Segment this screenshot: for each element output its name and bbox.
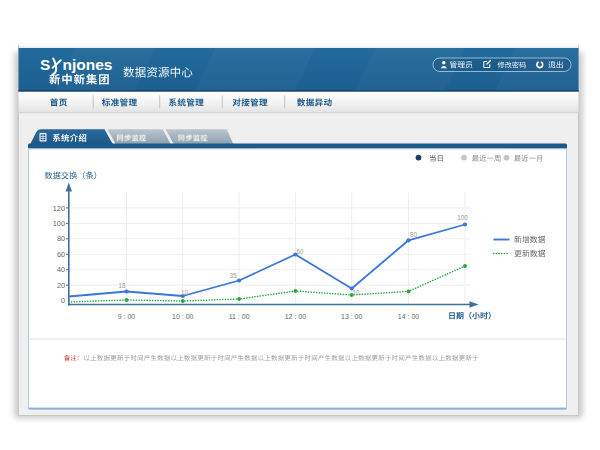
svg-text:10: 10: [352, 289, 360, 296]
svg-text:80: 80: [57, 234, 65, 243]
svg-text:60: 60: [296, 248, 304, 255]
svg-text:10 : 00: 10 : 00: [172, 313, 194, 320]
svg-text:20: 20: [57, 281, 65, 290]
svg-text:12 : 00: 12 : 00: [285, 313, 307, 320]
svg-text:njones: njones: [63, 56, 113, 73]
svg-text:40: 40: [57, 265, 65, 274]
svg-text:100: 100: [53, 219, 65, 228]
svg-text:100: 100: [457, 214, 468, 221]
svg-text:60: 60: [57, 250, 65, 259]
svg-text:S: S: [40, 56, 50, 73]
svg-text:9 : 00: 9 : 00: [118, 313, 136, 320]
svg-text:35: 35: [229, 272, 237, 279]
svg-text:10: 10: [181, 289, 189, 296]
svg-text:11 : 00: 11 : 00: [229, 313, 250, 320]
svg-text:0: 0: [61, 296, 65, 305]
svg-text:120: 120: [53, 204, 65, 213]
svg-text:14 : 00: 14 : 00: [398, 313, 420, 320]
svg-text:18: 18: [118, 282, 126, 289]
svg-text:13 : 00: 13 : 00: [341, 313, 363, 320]
svg-text:80: 80: [410, 231, 418, 238]
